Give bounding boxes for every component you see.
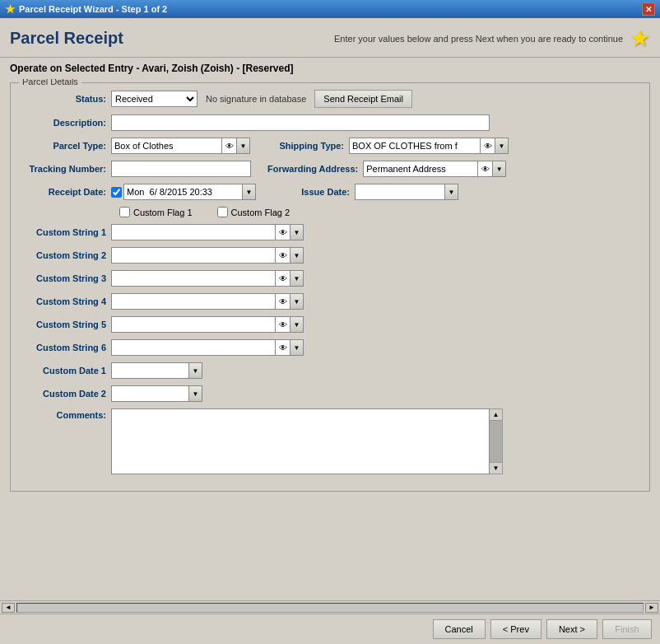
- tracking-input[interactable]: [111, 161, 251, 177]
- forwarding-address-input[interactable]: [363, 161, 478, 177]
- forwarding-pair: Forwarding Address: 👁 ▼: [267, 161, 506, 177]
- status-row: Status: Received Pending Forwarded Retur…: [21, 90, 639, 108]
- status-select[interactable]: Received Pending Forwarded Returned: [111, 91, 198, 107]
- next-button[interactable]: Next >: [546, 619, 597, 639]
- custom-string-5-eye-icon[interactable]: 👁: [276, 316, 290, 333]
- custom-string-1-label: Custom String 1: [21, 227, 111, 237]
- operate-line: Operate on Selected Entry - Avari, Zoish…: [0, 58, 660, 79]
- custom-string-5-row: Custom String 5 👁 ▼: [21, 316, 639, 333]
- title-bar: ★ Parcel Receipt Wizard - Step 1 of 2 ✕: [0, 0, 660, 18]
- tracking-row: Tracking Number: Forwarding Address: 👁 ▼: [21, 161, 639, 177]
- title-star-icon: ★: [5, 2, 16, 16]
- h-scroll-left-btn[interactable]: ◄: [2, 603, 15, 613]
- h-scroll-right-btn[interactable]: ►: [645, 603, 658, 613]
- description-input[interactable]: [111, 114, 490, 131]
- custom-string-4-label: Custom String 4: [21, 296, 111, 306]
- footer-bar: ◄ ► Cancel < Prev Next > Finish: [0, 600, 660, 644]
- description-row: Description:: [21, 114, 639, 131]
- receipt-date-pair: Receipt Date: ▼: [21, 184, 256, 200]
- shipping-type-input[interactable]: [349, 138, 481, 154]
- custom-flag-1-checkbox[interactable]: [119, 207, 130, 217]
- shipping-type-label: Shipping Type:: [267, 141, 349, 151]
- custom-string-6-dropdown-btn[interactable]: ▼: [290, 339, 304, 356]
- footer-buttons: Cancel < Prev Next > Finish: [0, 614, 660, 644]
- custom-flag-2-label: Custom Flag 2: [231, 208, 290, 217]
- header-star-icon: ★: [630, 25, 650, 52]
- custom-string-6-eye-icon[interactable]: 👁: [276, 339, 290, 356]
- content-area: Parcel Details Status: Received Pending …: [0, 79, 660, 600]
- date-row: Receipt Date: ▼ Issue Date: ▼: [21, 184, 639, 200]
- custom-date-2-dropdown-btn[interactable]: ▼: [189, 385, 202, 402]
- custom-date-1-label: Custom Date 1: [21, 366, 111, 376]
- custom-flag-1-label: Custom Flag 1: [133, 208, 193, 217]
- custom-string-3-eye-icon[interactable]: 👁: [276, 270, 290, 287]
- shipping-type-dropdown-btn[interactable]: ▼: [495, 138, 509, 154]
- issue-date-pair: Issue Date: ▼: [272, 184, 458, 200]
- custom-string-4-input[interactable]: [111, 293, 276, 310]
- receipt-date-label: Receipt Date:: [21, 187, 111, 197]
- parcel-type-label: Parcel Type:: [21, 141, 111, 151]
- shipping-type-pair: Shipping Type: 👁 ▼: [267, 138, 509, 154]
- forwarding-label: Forwarding Address:: [267, 164, 363, 174]
- custom-string-5-input[interactable]: [111, 316, 276, 333]
- tracking-label: Tracking Number:: [21, 164, 111, 174]
- custom-date-2-input[interactable]: [111, 385, 189, 402]
- custom-string-2-dropdown-btn[interactable]: ▼: [290, 247, 304, 264]
- status-label: Status:: [21, 94, 111, 104]
- custom-string-4-row: Custom String 4 👁 ▼: [21, 293, 639, 310]
- prev-button[interactable]: < Prev: [490, 619, 541, 639]
- custom-string-4-dropdown-btn[interactable]: ▼: [290, 293, 304, 310]
- custom-flag-2-wrapper: Custom Flag 2: [217, 207, 290, 217]
- no-signature-text: No signature in database: [206, 94, 306, 104]
- custom-string-1-input[interactable]: [111, 224, 276, 240]
- custom-string-2-eye-icon[interactable]: 👁: [276, 247, 290, 264]
- receipt-date-input[interactable]: [123, 184, 243, 200]
- custom-string-1-eye-icon[interactable]: 👁: [276, 224, 290, 240]
- custom-string-1-row: Custom String 1 👁 ▼: [21, 224, 639, 240]
- custom-string-3-input[interactable]: [111, 270, 276, 287]
- custom-date-1-input[interactable]: [111, 362, 189, 379]
- send-receipt-button[interactable]: Send Receipt Email: [314, 90, 412, 108]
- custom-flag-2-checkbox[interactable]: [217, 207, 228, 217]
- group-box-title: Parcel Details: [19, 79, 81, 86]
- custom-date-1-dropdown-btn[interactable]: ▼: [189, 362, 202, 379]
- comments-scroll-up[interactable]: ▲: [490, 409, 502, 421]
- custom-string-6-label: Custom String 6: [21, 343, 111, 352]
- custom-flag-1-wrapper: Custom Flag 1: [119, 207, 193, 217]
- receipt-date-checkbox[interactable]: [111, 187, 122, 198]
- shipping-type-eye-icon[interactable]: 👁: [481, 138, 495, 154]
- horizontal-scrollbar[interactable]: ◄ ►: [0, 601, 660, 614]
- custom-string-3-label: Custom String 3: [21, 273, 111, 283]
- receipt-date-dropdown-btn[interactable]: ▼: [243, 184, 256, 200]
- close-button[interactable]: ✕: [642, 2, 655, 16]
- header-instruction: Enter your values below and press Next w…: [334, 34, 623, 44]
- parcel-type-eye-icon[interactable]: 👁: [222, 138, 237, 154]
- forwarding-dropdown-btn[interactable]: ▼: [493, 161, 506, 177]
- custom-string-6-input[interactable]: [111, 339, 276, 356]
- finish-button[interactable]: Finish: [602, 619, 652, 639]
- custom-string-1-dropdown-btn[interactable]: ▼: [290, 224, 304, 240]
- parcel-type-input[interactable]: [111, 138, 222, 154]
- custom-string-3-dropdown-btn[interactable]: ▼: [290, 270, 304, 287]
- comments-scroll-down[interactable]: ▼: [490, 462, 502, 474]
- cancel-button[interactable]: Cancel: [433, 619, 486, 639]
- forwarding-eye-icon[interactable]: 👁: [478, 161, 493, 177]
- custom-date-2-row: Custom Date 2 ▼: [21, 385, 639, 402]
- description-label: Description:: [21, 118, 111, 128]
- issue-date-input[interactable]: [355, 184, 445, 200]
- custom-string-4-eye-icon[interactable]: 👁: [276, 293, 290, 310]
- custom-date-2-label: Custom Date 2: [21, 389, 111, 399]
- custom-string-5-dropdown-btn[interactable]: ▼: [290, 316, 304, 333]
- parcel-details-group: Parcel Details Status: Received Pending …: [10, 82, 650, 492]
- page-title: Parcel Receipt: [10, 29, 123, 48]
- custom-string-2-row: Custom String 2 👁 ▼: [21, 247, 639, 264]
- custom-string-6-row: Custom String 6 👁 ▼: [21, 339, 639, 356]
- h-scroll-track: [16, 603, 644, 613]
- custom-string-2-input[interactable]: [111, 247, 276, 264]
- window-body: Parcel Receipt Enter your values below a…: [0, 18, 660, 644]
- comments-textarea[interactable]: [111, 408, 490, 474]
- issue-date-label: Issue Date:: [272, 187, 355, 197]
- parcel-type-pair: Parcel Type: 👁 ▼: [21, 138, 250, 154]
- issue-date-dropdown-btn[interactable]: ▼: [445, 184, 458, 200]
- parcel-type-dropdown-btn[interactable]: ▼: [237, 138, 250, 154]
